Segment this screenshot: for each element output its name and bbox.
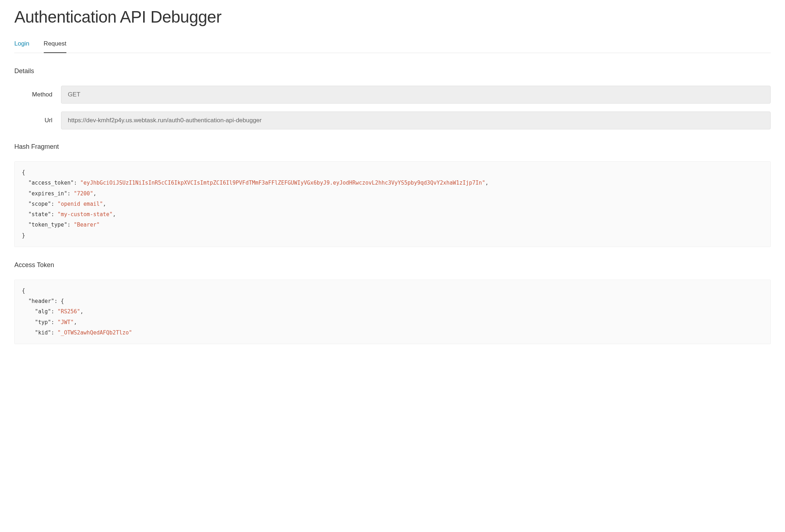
hash-fragment-section: Hash Fragment { "access_token": "eyJhbGc… — [14, 143, 771, 247]
hash-fragment-heading: Hash Fragment — [14, 143, 771, 151]
hf-token-type: Bearer — [77, 222, 97, 228]
hf-access-token: eyJhbGciOiJSUzI1NiIsInR5cCI6IkpXVCIsImtp… — [84, 180, 482, 186]
page-title: Authentication API Debugger — [14, 7, 771, 27]
access-token-heading: Access Token — [14, 261, 771, 269]
tab-login[interactable]: Login — [14, 37, 29, 53]
url-label: Url — [14, 117, 61, 124]
url-input[interactable] — [61, 111, 771, 129]
method-row: Method — [14, 86, 771, 104]
url-row: Url — [14, 111, 771, 129]
hf-state: my-custom-state — [61, 211, 109, 218]
at-alg: RS256 — [61, 308, 77, 315]
access-token-code: { "header": { "alg": "RS256", "typ": "JW… — [14, 280, 771, 344]
tabs: Login Request — [14, 37, 771, 53]
access-token-section: Access Token { "header": { "alg": "RS256… — [14, 261, 771, 344]
hf-scope: openid email — [61, 201, 99, 207]
hf-expires-in: 7200 — [77, 190, 90, 197]
at-kid: _OTWS2awhQedAFQb2Tlzo — [61, 329, 129, 336]
method-input[interactable] — [61, 86, 771, 104]
hash-fragment-code: { "access_token": "eyJhbGciOiJSUzI1NiIsI… — [14, 161, 771, 247]
at-typ: JWT — [61, 319, 70, 326]
details-heading: Details — [14, 67, 771, 75]
method-label: Method — [14, 91, 61, 98]
details-section: Details Method Url — [14, 67, 771, 129]
tab-request[interactable]: Request — [44, 37, 66, 53]
